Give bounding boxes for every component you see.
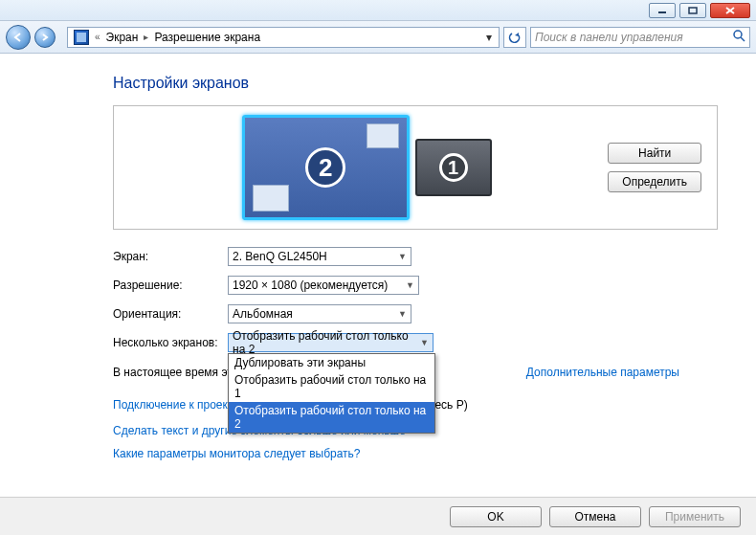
multi-display-select[interactable]: Отобразить рабочий стол только на 2 ▼ Ду… [228,333,434,352]
dropdown-option[interactable]: Дублировать эти экраны [229,354,434,371]
chevron-down-icon: ▼ [414,338,429,347]
maximize-button[interactable] [679,3,706,18]
multi-display-label: Несколько экранов: [113,336,228,349]
screen-label: Экран: [113,250,228,263]
svg-point-4 [734,31,742,38]
which-monitor-link[interactable]: Какие параметры монитора следует выбрать… [113,447,361,460]
primary-display-text: В настоящее время эт [113,366,233,379]
svg-line-5 [741,37,745,41]
detect-button[interactable]: Найти [608,143,701,164]
monitor-arrangement-panel[interactable]: 2 1 Найти Определить [113,105,718,230]
search-placeholder: Поиск в панели управления [535,31,683,44]
monitor-1[interactable]: 1 [415,139,492,196]
page-title: Настройки экранов [113,75,718,92]
search-input[interactable]: Поиск в панели управления [530,27,750,48]
ok-button[interactable]: OK [450,506,542,527]
identify-button[interactable]: Определить [608,171,701,192]
window-thumbnail-icon [367,123,399,148]
window-thumbnail-icon [253,185,289,212]
screen-value: 2. BenQ GL2450H [233,250,327,263]
orientation-value: Альбомная [233,307,293,321]
breadcrumb-prev-icon[interactable]: « [93,32,102,42]
control-panel-icon [74,30,89,45]
content-area: Настройки экранов 2 1 Найти Определить Э… [0,54,756,475]
chevron-down-icon: ▼ [392,309,407,319]
search-icon[interactable] [732,29,745,45]
address-dropdown-icon[interactable]: ▾ [481,31,497,44]
resolution-select[interactable]: 1920 × 1080 (рекомендуется) ▼ [228,276,419,295]
address-bar[interactable]: « Экран ▸ Разрешение экрана ▾ [67,27,500,48]
close-button[interactable] [710,3,750,18]
breadcrumb-item[interactable]: Разрешение экрана [150,31,264,44]
chevron-down-icon: ▼ [400,280,414,290]
cancel-button[interactable]: Отмена [549,506,641,527]
monitor-number: 1 [439,153,468,182]
chevron-right-icon: ▸ [142,32,150,42]
refresh-button[interactable] [503,27,526,48]
nav-back-button[interactable] [6,25,31,50]
screen-select[interactable]: 2. BenQ GL2450H ▼ [228,247,411,266]
resolution-label: Разрешение: [113,279,228,292]
orientation-label: Ориентация: [113,307,228,321]
breadcrumb-item[interactable]: Экран [102,31,143,44]
dialog-footer: OK Отмена Применить [0,497,756,535]
monitor-preview[interactable]: 2 1 [125,115,608,220]
resolution-value: 1920 × 1080 (рекомендуется) [233,279,388,292]
multi-display-value: Отобразить рабочий стол только на 2 [233,329,414,356]
dropdown-option-selected[interactable]: Отобразить рабочий стол только на 2 [229,402,434,433]
monitor-2[interactable]: 2 [242,115,410,220]
navigation-bar: « Экран ▸ Разрешение экрана ▾ Поиск в па… [0,21,756,54]
minimize-button[interactable] [649,3,676,18]
nav-forward-button[interactable] [34,27,56,48]
advanced-settings-link[interactable]: Дополнительные параметры [526,366,679,379]
multi-display-dropdown: Дублировать эти экраны Отобразить рабочи… [228,353,435,434]
apply-button: Применить [649,506,741,527]
window-titlebar [0,0,756,21]
svg-rect-1 [689,8,697,13]
orientation-select[interactable]: Альбомная ▼ [228,304,411,323]
chevron-down-icon: ▼ [392,252,407,261]
monitor-number: 2 [305,147,345,188]
dropdown-option[interactable]: Отобразить рабочий стол только на 1 [229,371,434,402]
